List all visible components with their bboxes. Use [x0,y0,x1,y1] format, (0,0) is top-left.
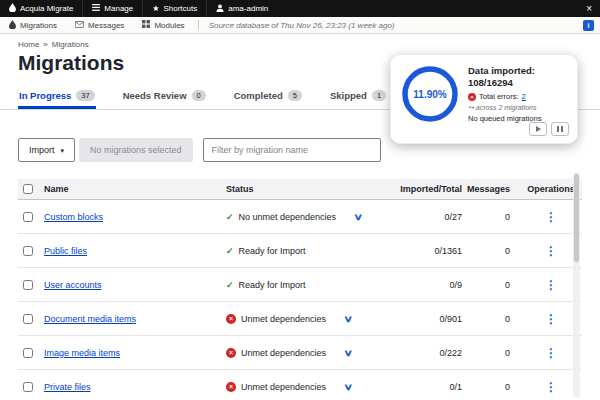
messages-count: 0 [462,382,520,392]
status-text: Unmet dependencies [241,348,326,358]
toolbar-item-shortcuts[interactable]: ★ Shortcuts [142,0,206,17]
total-errors-label: Total errors: [479,92,519,102]
row-checkbox[interactable] [23,348,33,358]
row-checkbox[interactable] [23,212,33,222]
queue-controls [529,122,569,136]
kebab-menu-icon[interactable]: ⋮ [545,278,557,292]
vertical-scrollbar[interactable] [573,172,580,398]
import-dropdown-button[interactable]: Import ▾ [18,138,75,162]
migrations-table: Name Status Imported/Total Messages Oper… [18,179,582,400]
tab-label: Completed [234,90,283,101]
error-icon: × [226,314,236,324]
acquia-droplet-icon [9,3,16,14]
progress-percent: 11.90% [401,65,459,123]
queue-pause-button[interactable] [551,122,569,136]
toolbar-item-modules[interactable]: Modules [133,17,193,33]
error-icon: × [468,93,476,101]
tab-in-progress[interactable]: In Progress 37 [18,84,96,109]
imported-total-value: 0/9 [398,280,462,290]
tab-count-badge: 5 [288,90,302,101]
breadcrumb-home-link[interactable]: Home [18,40,39,49]
kebab-menu-icon[interactable]: ⋮ [545,210,557,224]
selection-status-button[interactable]: No migrations selected [79,138,193,162]
caret-down-icon: ▾ [61,147,65,154]
chevron-down-icon[interactable]: ∨ [343,382,353,392]
data-imported-label: Data imported: [468,65,541,77]
kebab-menu-icon[interactable]: ⋮ [545,312,557,326]
close-icon[interactable]: × [578,4,600,14]
select-all-checkbox[interactable] [23,184,33,194]
toolbar-item-acquia-migrate[interactable]: Acquia Migrate [0,0,82,17]
sub-arrow-icon: ↪ [468,104,474,111]
table-row: Document media items × Unmet dependencie… [18,302,582,336]
kebab-menu-icon[interactable]: ⋮ [545,244,557,258]
hamburger-icon [92,4,100,13]
toolbar-item-manage[interactable]: Manage [82,0,142,17]
row-checkbox[interactable] [23,246,33,256]
imported-total-value: 0/1361 [398,246,462,256]
shortcuts-label: Shortcuts [163,4,197,13]
star-icon: ★ [152,5,159,13]
status-text: Ready for Import [239,280,306,290]
messages-count: 0 [462,246,520,256]
migrations-label: Migrations [20,21,57,30]
table-row: Public files ✓ Ready for Import 0/1361 0… [18,234,582,268]
filter-input[interactable] [203,138,381,162]
error-icon: × [226,348,236,358]
chevron-down-icon[interactable]: ∨ [343,314,353,324]
migration-link[interactable]: Custom blocks [44,212,103,222]
toolbar-divider [198,20,199,30]
progress-ring: 11.90% [401,65,459,123]
tab-skipped[interactable]: Skipped 1 [329,84,387,109]
messages-count: 0 [462,212,520,222]
tab-label: Skipped [330,90,367,101]
data-imported-value: 108/16294 [468,77,541,89]
tab-label: In Progress [19,90,71,101]
pause-icon [557,126,563,132]
migration-link[interactable]: Private files [44,382,91,392]
tab-needs-review[interactable]: Needs Review 0 [122,84,207,109]
chevron-down-icon[interactable]: ∨ [353,212,363,222]
error-icon: × [226,382,236,392]
migrate-droplet-icon [9,20,16,31]
user-label: ama-admin [228,4,268,13]
source-database-note: Source database of Thu Nov 26, 23:23 (1 … [203,21,395,30]
import-progress-card: 11.90% Data imported: 108/16294 × Total … [390,54,578,144]
status-text: Unmet dependencies [241,314,326,324]
kebab-menu-icon[interactable]: ⋮ [545,346,557,360]
check-icon: ✓ [226,212,234,222]
breadcrumb: Home » Migrations [0,34,600,49]
toolbar-item-user[interactable]: ama-admin [206,0,277,17]
table-row: User accounts ✓ Ready for Import 0/9 0 ⋮ [18,268,582,302]
row-checkbox[interactable] [23,280,33,290]
help-icon[interactable]: i [583,20,594,31]
status-text: Ready for Import [239,246,306,256]
toolbar-item-messages[interactable]: Messages [66,17,133,33]
table-row: Private files × Unmet dependencies ∨ 0/1… [18,370,582,400]
play-icon [536,126,541,132]
kebab-menu-icon[interactable]: ⋮ [545,380,557,394]
toolbar-item-migrations[interactable]: Migrations [0,17,66,33]
import-label: Import [29,145,55,155]
tab-completed[interactable]: Completed 5 [233,84,303,109]
scrollbar-thumb[interactable] [574,174,579,262]
queue-play-button[interactable] [529,122,547,136]
row-checkbox[interactable] [23,314,33,324]
breadcrumb-separator: » [43,40,47,49]
total-errors-count-link[interactable]: 2 [522,92,526,102]
messages-count: 0 [462,348,520,358]
status-text: Unmet dependencies [241,382,326,392]
admin-toolbar: Acquia Migrate Manage ★ Shortcuts ama-ad… [0,0,600,17]
imported-total-value: 0/901 [398,314,462,324]
table-row: Custom blocks ✓ No unmet dependencies ∨ … [18,200,582,234]
tab-count-badge: 0 [192,90,206,101]
status-text: No unmet dependencies [239,212,337,222]
imported-total-value: 0/27 [398,212,462,222]
chevron-down-icon[interactable]: ∨ [343,348,353,358]
migration-link[interactable]: User accounts [44,280,102,290]
migration-link[interactable]: Public files [44,246,87,256]
migration-link[interactable]: Image media items [44,348,120,358]
row-checkbox[interactable] [23,382,33,392]
header-imported-total: Imported/Total [398,184,462,194]
migration-link[interactable]: Document media items [44,314,136,324]
